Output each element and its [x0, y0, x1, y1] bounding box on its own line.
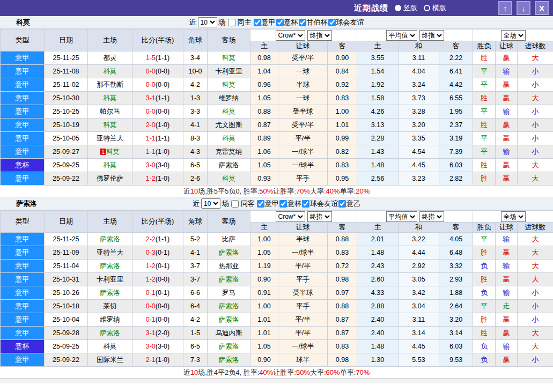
score-cell: 1-2(1-0): [132, 172, 183, 186]
average-select[interactable]: 平均值: [386, 30, 417, 41]
result-handicap-cell: 输: [496, 260, 518, 273]
league-checkbox[interactable]: [279, 200, 287, 208]
col-header-avg-away: 客: [439, 41, 473, 51]
crow-odds-group-header: Crow*终指: [250, 29, 357, 41]
final-odds-select[interactable]: 终指: [307, 211, 332, 222]
crow-home-odds-cell: 1.05: [250, 340, 278, 353]
avg-home-odds-cell: 3.13: [357, 119, 399, 132]
col-header-away: 客场: [208, 29, 250, 51]
avg-away-odds-cell: 6.55: [439, 92, 473, 105]
crow-away-odds-cell: 0.87: [328, 327, 357, 340]
away-team-cell: 科莫: [208, 51, 250, 65]
col-header-date: 日期: [45, 211, 88, 233]
league-filter-意乙[interactable]: 意乙: [338, 199, 360, 209]
bookmaker-select[interactable]: Crow*: [276, 30, 305, 41]
away-team-cell: 卡利亚里: [208, 65, 250, 78]
games-label: 场: [219, 18, 226, 27]
league-filter-意甲[interactable]: 意甲: [256, 199, 279, 209]
result-goals-cell: 大: [518, 92, 553, 105]
avg-home-odds-cell: 2.56: [357, 172, 399, 186]
avg-draw-odds-cell: 3.14: [399, 327, 439, 340]
vertical-layout-label: 竖版: [403, 3, 417, 13]
summary-text-segment: 70%: [296, 187, 310, 195]
fulltime-score: 3-1: [146, 94, 156, 102]
move-up-button[interactable]: ↑: [498, 1, 512, 15]
league-checkbox[interactable]: [257, 200, 264, 208]
como-filter-bar: 科莫 近 10 场 同主 意甲意杯甘伯杯球会友谊: [0, 16, 553, 29]
league-checkbox[interactable]: [338, 200, 346, 208]
match-date-cell: 25-10-19: [45, 119, 88, 132]
match-row: 意甲 25-10-30 科莫 3-1(1-1) 1-3 维罗纳 1.05 一球 …: [1, 92, 553, 105]
home-team-cell: 亚特兰大: [88, 246, 132, 260]
same-venue-checkbox[interactable]: [231, 200, 239, 208]
crow-handicap-cell: 球半: [278, 353, 328, 367]
col-header-wdl: 胜负: [473, 41, 496, 51]
league-filter-意甲[interactable]: 意甲: [253, 18, 276, 27]
summary-text-segment: 大率:: [310, 187, 326, 196]
recent-count-select[interactable]: 10: [198, 17, 217, 27]
away-team-cell: 比萨: [208, 233, 250, 246]
avg-draw-odds-cell: 2.92: [399, 260, 439, 273]
score-cell: 1-1(1-0): [132, 145, 183, 159]
move-down-button[interactable]: ↓: [517, 1, 530, 15]
final-odds-select-2[interactable]: 终指: [419, 30, 444, 41]
avg-home-odds-cell: 4.26: [357, 105, 399, 119]
home-team-cell: 帕尔马: [88, 105, 132, 119]
close-button[interactable]: X: [535, 1, 549, 15]
league-label: 意杯: [284, 18, 298, 27]
avg-draw-odds-cell: 3.04: [399, 300, 439, 313]
recent-count-select[interactable]: 10: [201, 198, 220, 209]
corner-score-cell: 4-1: [183, 246, 208, 260]
average-select[interactable]: 平均值: [386, 211, 417, 222]
league-checkbox[interactable]: [328, 19, 336, 26]
league-filter-甘伯杯[interactable]: 甘伯杯: [298, 18, 328, 27]
away-team-cell: 萨索洛: [208, 300, 250, 313]
match-date-cell: 25-11-02: [45, 78, 88, 92]
crow-home-odds-cell: 0.98: [250, 51, 278, 65]
league-checkbox[interactable]: [299, 19, 306, 26]
layout-vertical-radio[interactable]: 竖版: [395, 3, 417, 13]
result-handicap-cell: 赢: [496, 92, 518, 105]
league-filter-意杯[interactable]: 意杯: [279, 199, 301, 209]
window-title: 近期战绩: [354, 3, 388, 13]
avg-home-odds-cell: 3.55: [357, 51, 399, 65]
final-odds-select[interactable]: 终指: [307, 30, 332, 41]
col-header-home: 主场: [88, 211, 132, 233]
league-type-cell: 意甲: [1, 273, 45, 286]
corner-score-cell: 4-2: [183, 313, 208, 327]
col-header-avg-home: 主: [357, 223, 399, 233]
league-checkbox[interactable]: [254, 19, 261, 26]
avg-away-odds-cell: 4.05: [439, 233, 473, 246]
corner-score-cell: 3-3: [183, 105, 208, 119]
fulltime-score: 1-2: [146, 175, 156, 182]
league-filter-意杯[interactable]: 意杯: [276, 18, 298, 27]
fulltime-select[interactable]: 全场: [501, 211, 526, 222]
summary-text-segment: 60%: [326, 368, 340, 376]
result-goals-cell: 大: [518, 159, 553, 172]
avg-away-odds-cell: 6.03: [439, 340, 473, 353]
score-cell: 0-3(0-1): [132, 246, 183, 260]
fulltime-select[interactable]: 全场: [501, 30, 526, 41]
match-date-cell: 25-10-25: [45, 105, 88, 119]
match-row: 意甲 25-11-25 都灵 1-5(1-1) 3-4 科莫 0.98 受平/半…: [1, 51, 553, 65]
como-filter: 近 10 场 同主 意甲意杯甘伯杯球会友谊: [189, 17, 364, 27]
halftime-score: (2-0): [156, 329, 169, 337]
avg-home-odds-cell: 1.54: [357, 65, 399, 78]
bookmaker-select[interactable]: Crow*: [276, 211, 305, 222]
recent-results-window: 近期战绩 竖版 横版 ↑ ↓ X 科莫 近 10 场 同主: [0, 0, 553, 383]
league-checkbox[interactable]: [302, 200, 309, 208]
final-odds-select-2[interactable]: 终指: [419, 211, 444, 222]
league-filter-球会友谊[interactable]: 球会友谊: [328, 18, 364, 27]
league-type-cell: 意杯: [1, 159, 45, 172]
home-team-cell: 那不勒斯: [88, 78, 132, 92]
layout-horizontal-radio[interactable]: 横版: [424, 3, 446, 13]
col-header-handicap-result: 让球: [496, 223, 518, 233]
avg-draw-odds-cell: 4.45: [399, 340, 439, 353]
away-team-cell: 科莫: [208, 132, 250, 145]
same-venue-checkbox[interactable]: [228, 19, 235, 26]
league-filter-球会友谊[interactable]: 球会友谊: [301, 199, 338, 209]
result-wdl-cell: 平: [473, 105, 496, 119]
league-checkbox[interactable]: [276, 19, 284, 26]
crow-away-odds-cell: 0.97: [328, 286, 357, 300]
crow-away-odds-cell: 0.99: [328, 132, 357, 145]
